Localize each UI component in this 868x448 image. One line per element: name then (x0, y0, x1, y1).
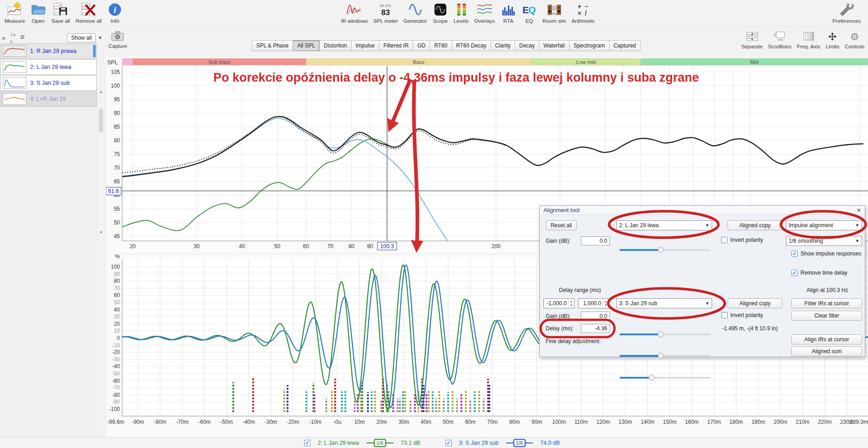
controls-button[interactable]: ⚙ Controls (842, 30, 867, 49)
aligned-copy-button-1[interactable]: Aligned copy (728, 220, 782, 230)
aligned-copy-button-2[interactable]: Aligned copy (728, 298, 782, 308)
aligned-sum-button[interactable]: Aligned sum (791, 346, 862, 356)
sort-az-icon[interactable]: ↓AZ (10, 31, 16, 44)
overlays-button[interactable]: Overlays (472, 1, 498, 24)
measurement1-dropdown[interactable]: 2: L Jan 29 lewa▼ (616, 220, 712, 230)
gain1-input[interactable]: 0.0 (581, 236, 610, 245)
spl-meter-button[interactable]: dB SPL83 SPL meter (371, 1, 401, 24)
measurement-thumbnail (3, 77, 26, 89)
scroll-down-icon[interactable]: ▼ (99, 230, 103, 235)
delay-range-min-spinner[interactable]: -1,000.0▲▼ (543, 298, 574, 308)
tab-rt60-decay[interactable]: RT60 Decay (452, 40, 491, 51)
preferences-button[interactable]: Preferences (830, 1, 863, 24)
vertical-scrollbar[interactable]: ▲ ▼ (98, 89, 104, 236)
svg-text:75: 75 (114, 151, 120, 157)
svg-text:210m: 210m (796, 419, 810, 425)
gain2-input[interactable]: 0.0 (581, 312, 610, 321)
info-icon: i (107, 1, 123, 18)
list-menu-icon[interactable]: ≡ (20, 33, 25, 42)
gear-icon: ⚙ (850, 30, 859, 43)
vertical-scroll-track[interactable] (98, 95, 104, 230)
tab-waterfall[interactable]: Waterfall (539, 40, 569, 51)
measurement-item-1[interactable]: 1: R Jan 29 prawa (0, 43, 97, 59)
dialog-titlebar[interactable]: Alignment tool ✕ (540, 206, 865, 215)
measurement-item-4[interactable]: 4: L+R Jan 29 (0, 91, 97, 107)
tab-gd[interactable]: GD (413, 40, 430, 51)
annotation-text: Po korekcie opóźnienia delay o -4,36ms i… (213, 71, 733, 85)
tab-decay[interactable]: Decay (515, 40, 539, 51)
vertical-scroll-thumb[interactable] (99, 109, 103, 132)
invert-polarity-2[interactable]: Invert polarity (721, 312, 763, 318)
smoothing-dropdown[interactable]: 1/6 smoothing▼ (786, 236, 862, 246)
svg-text:-20m: -20m (287, 419, 299, 425)
capture-button[interactable]: Capture (108, 31, 127, 49)
collapse-panel-icon[interactable]: « (2, 34, 5, 42)
svg-text:160m: 160m (685, 419, 699, 425)
ir-windows-button[interactable]: IR windows (338, 1, 371, 24)
freq-axis-button[interactable]: Freq. Axis (794, 30, 823, 49)
smoothing-badge[interactable]: 1/6 (367, 439, 393, 447)
tab-captured[interactable]: Captured (610, 40, 641, 51)
measurement-item-2[interactable]: 2: L Jan 29 lewa (0, 59, 97, 75)
rta-button[interactable]: RTA (498, 1, 519, 24)
alignment-mode-dropdown[interactable]: Impulse alignment▼ (786, 220, 862, 230)
invert-polarity-1[interactable]: Invert polarity (721, 237, 763, 243)
svg-text:-100: -100 (109, 406, 120, 412)
arithmetic-button[interactable]: +−×/ Arithmetic (569, 1, 598, 24)
scope-button[interactable]: Scope (430, 1, 451, 24)
reset-all-button[interactable]: Reset all (546, 220, 577, 230)
tab-spectrogram[interactable]: Spectrogram (569, 40, 610, 51)
checkbox-unchecked[interactable] (721, 237, 728, 243)
legend-checkbox[interactable] (445, 440, 452, 446)
tab-filtered-ir[interactable]: Filtered IR (379, 40, 413, 51)
tab-spl-phase[interactable]: SPL & Phase (252, 40, 293, 51)
svg-text:90: 90 (114, 271, 120, 277)
svg-text:95: 95 (114, 96, 120, 103)
measurement2-dropdown[interactable]: 3: S Jan 29 sub▼ (616, 298, 712, 308)
tab-clarity[interactable]: Clarity (491, 40, 515, 51)
limits-button[interactable]: Limits (823, 30, 842, 49)
save-all-button[interactable]: Save all (49, 1, 73, 24)
tab-distortion[interactable]: Distortion (320, 40, 351, 51)
tab-all-spl[interactable]: All SPL (293, 40, 320, 51)
svg-text:Low mid: Low mid (576, 59, 596, 65)
scrollbars-button[interactable]: Scrollbars (765, 30, 794, 49)
remove-delay-checkbox[interactable]: Remove time delay (791, 270, 847, 276)
gain2-slider[interactable] (620, 330, 711, 339)
measurement-item-3[interactable]: 3: S Jan 29 sub (0, 75, 97, 91)
scroll-up-icon[interactable]: ▲ (99, 89, 103, 95)
generator-button[interactable]: Generator (401, 1, 430, 24)
clear-filter-button[interactable]: Clear filter (791, 311, 862, 321)
legend-checkbox[interactable] (304, 440, 310, 446)
svg-text:90: 90 (114, 110, 120, 116)
fine-delay-slider[interactable] (620, 373, 711, 382)
delay-input[interactable]: -4.36 (581, 324, 610, 333)
show-impulse-checkbox[interactable]: Show impulse responses (791, 250, 861, 257)
spinner-arrows-icon[interactable]: ▲▼ (603, 300, 609, 307)
align-irs-button[interactable]: Align IRs at cursor (791, 334, 862, 344)
svg-text:-80m: -80m (154, 419, 166, 425)
levels-button[interactable]: Levels (451, 1, 472, 24)
separate-button[interactable]: Separate (739, 30, 765, 49)
close-icon[interactable]: ✕ (857, 207, 861, 214)
checkbox-unchecked[interactable] (721, 312, 728, 318)
delay-range-max-spinner[interactable]: 1,000.0▲▼ (578, 298, 609, 308)
measure-button[interactable]: Measure (2, 1, 28, 24)
tab-impulse[interactable]: Impulse (351, 40, 379, 51)
show-all-dropdown[interactable]: Show all ▼ (67, 33, 102, 42)
delay-slider[interactable] (620, 351, 711, 360)
filter-irs-button[interactable]: Filter IRs at cursor (791, 298, 862, 308)
checkbox-checked[interactable] (791, 250, 798, 257)
open-button[interactable]: Open (28, 1, 49, 24)
svg-text:150m: 150m (663, 419, 677, 425)
spinner-arrows-icon[interactable]: ▲▼ (568, 300, 574, 307)
room-sim-button[interactable]: Room sim (540, 1, 569, 24)
info-button[interactable]: i Info (104, 1, 125, 24)
smoothing-badge[interactable]: 1/6 (506, 439, 533, 447)
gain1-slider[interactable] (620, 245, 711, 255)
svg-text:200m: 200m (774, 419, 787, 425)
eq-button[interactable]: EQ EQ (519, 1, 540, 24)
remove-all-button[interactable]: Remove all (73, 1, 105, 24)
tab-rt60[interactable]: RT60 (430, 40, 452, 51)
checkbox-checked[interactable] (791, 270, 798, 276)
